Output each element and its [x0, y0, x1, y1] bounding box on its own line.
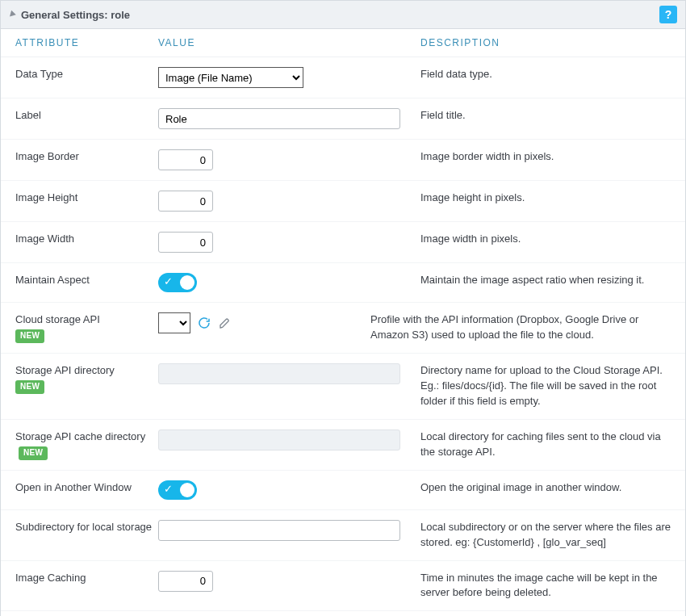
attr-subdir-local: Subdirectory for local storage [1, 520, 158, 534]
row-label: Label Field title. [1, 98, 685, 140]
attr-image-border: Image Border [1, 149, 158, 164]
refresh-icon[interactable] [197, 316, 211, 330]
row-subdir-local: Subdirectory for local storage Local sub… [1, 510, 685, 561]
row-repeat-value: Repeat value ✓ Repeat the field value if… [1, 611, 685, 616]
row-maintain-aspect: Maintain Aspect ✓ Maintain the image asp… [1, 263, 685, 303]
col-header-attribute: ATTRIBUTE [1, 37, 158, 48]
panel-title-wrap: General Settings: role [9, 9, 130, 21]
row-image-border: Image Border Image border width in pixel… [1, 140, 685, 181]
desc-data-type: Field data type. [420, 67, 685, 82]
attr-image-caching: Image Caching [1, 571, 158, 585]
col-header-value: VALUE [158, 37, 420, 48]
desc-image-height: Image height in pixels. [420, 191, 685, 206]
desc-label: Field title. [420, 108, 685, 124]
desc-cloud-api: Profile with the API information (Dropbo… [370, 312, 685, 343]
attr-image-height: Image Height [1, 191, 158, 205]
help-button[interactable]: ? [659, 6, 677, 23]
check-icon: ✓ [164, 483, 173, 495]
row-storage-api-cache: Storage API cache directory NEW Local di… [1, 420, 685, 471]
new-badge: NEW [15, 380, 44, 394]
attr-data-type: Data Type [1, 67, 158, 82]
row-cloud-api: Cloud storage API NEW Profile with the A… [1, 303, 685, 354]
image-caching-input[interactable] [158, 571, 213, 592]
attr-image-width: Image Width [1, 232, 158, 246]
attr-label: Label [1, 108, 158, 123]
toggle-knob [180, 483, 195, 497]
attr-storage-api-dir: Storage API directory [15, 364, 115, 376]
row-image-caching: Image Caching Time in minutes the image … [1, 561, 685, 612]
row-data-type: Data Type Image (File Name) Field data t… [1, 57, 685, 98]
panel-title: General Settings: role [21, 9, 130, 21]
open-window-toggle[interactable]: ✓ [158, 480, 197, 500]
col-header-description: DESCRIPTION [420, 37, 685, 48]
row-storage-api-dir: Storage API directory NEW Directory name… [1, 354, 685, 420]
attr-storage-api-cache: Storage API cache directory [15, 430, 145, 442]
cloud-api-select[interactable] [158, 312, 190, 333]
attr-maintain-aspect: Maintain Aspect [1, 273, 158, 287]
subdir-local-input[interactable] [158, 520, 400, 541]
image-border-input[interactable] [158, 149, 213, 170]
desc-subdir-local: Local subdirectory or on the server wher… [420, 520, 685, 551]
storage-api-cache-input [158, 430, 400, 450]
desc-image-caching: Time in minutes the image cache will be … [420, 571, 685, 601]
attr-open-window: Open in Another Window [1, 480, 158, 495]
attr-cloud-api: Cloud storage API [15, 313, 100, 325]
new-badge: NEW [19, 446, 48, 460]
desc-image-border: Image border width in pixels. [420, 149, 685, 165]
image-height-input[interactable] [158, 191, 213, 212]
general-settings-panel: General Settings: role ? ATTRIBUTE VALUE… [0, 0, 686, 616]
column-headers: ATTRIBUTE VALUE DESCRIPTION [1, 29, 685, 57]
row-image-height: Image Height Image height in pixels. [1, 181, 685, 222]
row-image-width: Image Width Image width in pixels. [1, 222, 685, 263]
desc-maintain-aspect: Maintain the image aspect ratio when res… [420, 273, 685, 288]
new-badge: NEW [15, 329, 44, 343]
image-width-input[interactable] [158, 232, 213, 253]
maintain-aspect-toggle[interactable]: ✓ [158, 273, 197, 292]
row-open-window: Open in Another Window ✓ Open the origin… [1, 471, 685, 510]
help-icon: ? [665, 8, 672, 21]
storage-api-dir-input [158, 363, 400, 384]
desc-open-window: Open the original image in another windo… [420, 480, 685, 496]
collapse-icon[interactable] [7, 10, 16, 19]
edit-icon[interactable] [218, 316, 232, 330]
desc-storage-api-dir: Directory name for upload to the Cloud S… [420, 363, 685, 409]
check-icon: ✓ [164, 275, 173, 287]
toggle-knob [180, 275, 195, 290]
desc-image-width: Image width in pixels. [420, 232, 685, 247]
desc-storage-api-cache: Local directory for caching files sent t… [420, 430, 685, 460]
label-input[interactable] [158, 108, 400, 129]
data-type-select[interactable]: Image (File Name) [158, 67, 303, 88]
panel-header: General Settings: role ? [1, 1, 685, 29]
